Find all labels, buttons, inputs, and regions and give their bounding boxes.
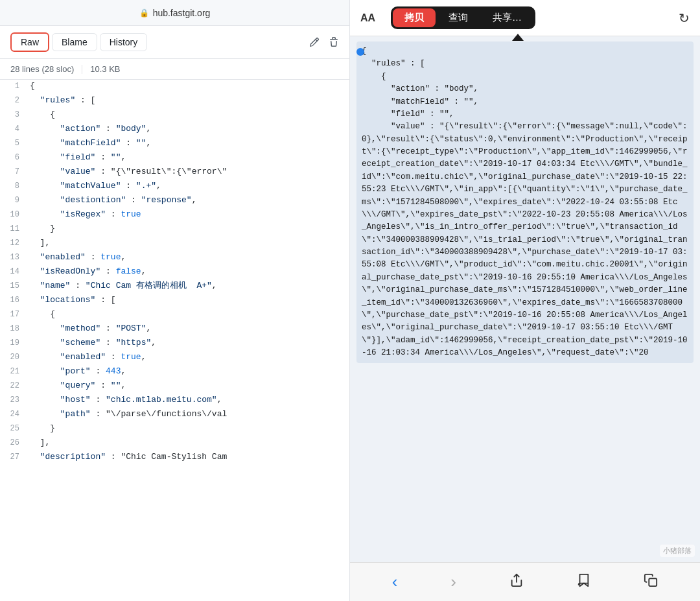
- line-number: 8: [0, 180, 30, 193]
- right-panel: AA 拷贝 查询 共享… ↻ { "rules" : [ { "action" …: [350, 0, 700, 601]
- right-toolbar: AA 拷贝 查询 共享… ↻: [350, 0, 700, 36]
- tab-share[interactable]: 共享…: [481, 8, 533, 27]
- line-text: {: [30, 308, 349, 322]
- code-line: 5 "matchField" : "",: [0, 137, 349, 151]
- tab-blame[interactable]: Blame: [52, 33, 97, 51]
- line-number: 4: [0, 123, 30, 136]
- line-text: "matchField" : "",: [30, 137, 349, 150]
- code-line: 3 {: [0, 108, 349, 123]
- code-line: 15 "name" : "Chic Cam 有格调的相机 A+",: [0, 279, 349, 294]
- code-line: 12 ],: [0, 237, 349, 251]
- code-line: 19 "scheme" : "https",: [0, 336, 349, 351]
- code-line: 17 {: [0, 308, 349, 322]
- code-line: 22 "query" : "",: [0, 379, 349, 394]
- line-number: 5: [0, 137, 30, 150]
- code-line: 9 "destiontion" : "response",: [0, 194, 349, 208]
- browser-share-button[interactable]: [509, 573, 524, 591]
- code-line: 27 "description" : "Chic Cam-Stylish Cam: [0, 451, 349, 465]
- line-text: }: [30, 222, 349, 236]
- line-number: 1: [0, 80, 30, 93]
- line-number: 17: [0, 308, 30, 321]
- url-text: hub.fastgit.org: [153, 8, 211, 18]
- file-tabs-bar: Raw Blame History: [0, 26, 349, 59]
- file-actions: [309, 37, 339, 47]
- tab-history[interactable]: History: [100, 33, 148, 51]
- line-number: 9: [0, 194, 30, 207]
- right-content-area[interactable]: { "rules" : [ { "action" : "body", "matc…: [350, 36, 700, 562]
- code-line: 14 "isReadOnly" : false,: [0, 265, 349, 279]
- line-text: "scheme" : "https",: [30, 336, 349, 350]
- line-text: "method" : "POST",: [30, 322, 349, 336]
- line-number: 24: [0, 408, 30, 421]
- browser-footer: ‹ ›: [350, 562, 700, 601]
- lock-icon: 🔒: [139, 8, 149, 18]
- tab-copy[interactable]: 拷贝: [393, 8, 436, 27]
- line-text: "isReadOnly" : false,: [30, 265, 349, 279]
- line-number: 25: [0, 422, 30, 435]
- line-number: 23: [0, 394, 30, 407]
- line-text: "locations" : [: [30, 294, 349, 307]
- line-text: "isRegex" : true: [30, 208, 349, 222]
- code-line: 25 }: [0, 422, 349, 436]
- line-number: 12: [0, 237, 30, 250]
- font-size-control[interactable]: AA: [360, 12, 375, 24]
- line-number: 27: [0, 451, 30, 464]
- line-number: 19: [0, 336, 30, 349]
- line-number: 6: [0, 151, 30, 164]
- edit-button[interactable]: [309, 37, 320, 47]
- tab-arrow: [512, 34, 524, 41]
- code-line: 1{: [0, 80, 349, 94]
- code-line: 6 "field" : "",: [0, 151, 349, 165]
- line-text: "field" : "",: [30, 151, 349, 165]
- copy-button[interactable]: [644, 573, 658, 591]
- code-line: 18 "method" : "POST",: [0, 322, 349, 336]
- code-line: 8 "matchValue" : ".+",: [0, 180, 349, 194]
- action-tabs: 拷贝 查询 共享…: [391, 6, 535, 29]
- code-line: 20 "enabled" : true,: [0, 351, 349, 365]
- line-number: 21: [0, 365, 30, 378]
- code-line: 26 ],: [0, 436, 349, 451]
- code-line: 21 "port" : 443,: [0, 365, 349, 379]
- line-text: {: [30, 80, 349, 93]
- address-bar: 🔒 hub.fastgit.org: [0, 0, 349, 26]
- line-text: "rules" : [: [30, 94, 349, 108]
- forward-button[interactable]: ›: [450, 572, 456, 592]
- code-line: 2 "rules" : [: [0, 94, 349, 108]
- line-text: "query" : "",: [30, 379, 349, 393]
- delete-button[interactable]: [329, 37, 339, 47]
- line-text: "name" : "Chic Cam 有格调的相机 A+",: [30, 279, 349, 293]
- line-text: ],: [30, 436, 349, 450]
- line-number: 16: [0, 294, 30, 307]
- line-text: "description" : "Chic Cam-Stylish Cam: [30, 451, 349, 464]
- code-view: 1{2 "rules" : [3 {4 "action" : "body",5 …: [0, 80, 349, 601]
- refresh-button[interactable]: ↻: [679, 10, 690, 26]
- line-text: "enabled" : true,: [30, 351, 349, 364]
- line-text: {: [30, 108, 349, 122]
- line-text: "host" : "chic.mtlab.meitu.com",: [30, 394, 349, 407]
- code-line: 11 }: [0, 222, 349, 237]
- tab-raw[interactable]: Raw: [10, 32, 49, 52]
- line-number: 22: [0, 379, 30, 392]
- line-text: "enabled" : true,: [30, 251, 349, 265]
- file-lines: 28 lines (28 sloc): [10, 64, 74, 74]
- meta-divider: [82, 65, 82, 74]
- line-number: 13: [0, 251, 30, 264]
- line-text: "value" : "{\"result\":{\"error\": [30, 165, 349, 179]
- back-button[interactable]: ‹: [392, 572, 398, 592]
- file-size: 10.3 KB: [90, 64, 120, 74]
- line-text: "port" : 443,: [30, 365, 349, 379]
- watermark: 小猪部落: [660, 545, 695, 557]
- code-line: 23 "host" : "chic.mtlab.meitu.com",: [0, 394, 349, 408]
- line-number: 10: [0, 208, 30, 221]
- line-number: 14: [0, 265, 30, 278]
- line-number: 26: [0, 436, 30, 449]
- line-text: "path" : "\/parse\/functions\/val: [30, 408, 349, 421]
- line-text: }: [30, 422, 349, 436]
- line-number: 3: [0, 108, 30, 121]
- code-line: 24 "path" : "\/parse\/functions\/val: [0, 408, 349, 422]
- line-text: ],: [30, 237, 349, 250]
- line-number: 2: [0, 94, 30, 107]
- left-panel: 🔒 hub.fastgit.org Raw Blame History 28 l…: [0, 0, 350, 601]
- tab-query[interactable]: 查询: [437, 8, 480, 27]
- bookmarks-button[interactable]: [576, 573, 590, 591]
